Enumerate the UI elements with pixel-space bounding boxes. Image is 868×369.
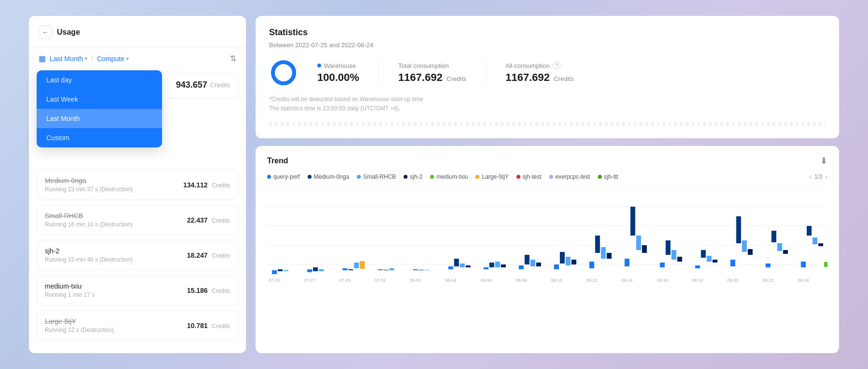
svg-rect-8 <box>278 269 283 271</box>
svg-rect-21 <box>419 270 424 270</box>
svg-rect-44 <box>630 207 635 236</box>
compute-label: Compute <box>97 55 124 63</box>
svg-rect-34 <box>536 263 541 266</box>
svg-rect-39 <box>589 262 594 268</box>
svg-rect-57 <box>742 240 747 252</box>
svg-text:07-25: 07-25 <box>269 278 280 283</box>
legend-row: query-perf Medium-0nga Small-RHCB sjh-2 … <box>267 173 827 181</box>
svg-rect-61 <box>777 243 782 251</box>
statistics-row: Warehouse 100.00% Total consumption 1167… <box>269 58 826 87</box>
svg-text:08-10: 08-10 <box>551 278 562 283</box>
svg-text:08-14: 08-14 <box>622 278 633 283</box>
legend-dot <box>308 175 312 179</box>
filter-divider: / <box>91 55 93 63</box>
item-credits-unit: Credits <box>212 323 230 329</box>
item-name: sjh-2 <box>45 247 133 255</box>
svg-rect-41 <box>601 247 606 259</box>
item-credits-unit: Credits <box>212 252 230 259</box>
list-item-value: 15.186 Credits <box>187 286 230 295</box>
svg-rect-38 <box>571 260 576 264</box>
trend-title: Trend <box>267 157 288 165</box>
svg-rect-17 <box>378 269 382 270</box>
right-panel: Statistics Between 2022-07-25 and 2022-0… <box>246 16 839 353</box>
item-sub: Running 16 min 10 s (Destruction) <box>45 221 133 228</box>
period-filter-button[interactable]: Last Month ▾ <box>50 55 87 63</box>
legend-label: sjh-2 <box>410 173 422 180</box>
item-name: medium-txiu <box>45 282 95 290</box>
all-consumption-header: All consumption ? <box>505 62 573 69</box>
list-item-value: 18.247 Credits <box>187 251 230 260</box>
legend-dot <box>357 175 361 179</box>
svg-rect-23 <box>448 266 453 269</box>
item-name: Medium-0nga <box>45 177 133 184</box>
legend-label: everpcpc-test <box>556 173 590 180</box>
trend-chart: 07-25 07-27 07-29 07-31 08-02 08-04 08-0… <box>267 187 827 284</box>
svg-rect-62 <box>783 250 788 254</box>
legend-large-5tjy: Large-5tjY <box>475 173 508 180</box>
dropdown-item-custom[interactable]: Custom <box>37 128 162 147</box>
item-credits: 10.781 <box>187 322 208 329</box>
legend-next-button[interactable]: › <box>825 173 827 181</box>
list-item: sjh-2 Running 15 min 45 s (Destruction) … <box>37 240 238 270</box>
sort-button[interactable]: ⇅ <box>230 54 236 63</box>
legend-small-rhcb: Small-RHCB <box>357 173 396 180</box>
svg-rect-12 <box>319 269 324 271</box>
back-button[interactable]: ← <box>39 26 52 39</box>
legend-dot <box>475 175 479 179</box>
list-item-value: 10.781 Credits <box>187 321 230 330</box>
svg-rect-30 <box>501 264 506 267</box>
statistics-subtitle: Between 2022-07-25 and 2022-08-24 <box>269 41 826 49</box>
svg-rect-37 <box>566 257 570 265</box>
item-credits-unit: Credits <box>212 288 230 294</box>
total-consumption-value: 1167.692 Credits <box>398 71 466 84</box>
list-item: Medium-0nga Running 23 min 37 s (Destruc… <box>37 170 238 200</box>
legend-sjh-ttt: sjh-ttt <box>598 173 618 180</box>
svg-text:08-20: 08-20 <box>727 278 738 283</box>
sidebar: ← Usage ▦ Last Month ▾ / Compute ▾ ⇅ Las… <box>29 16 246 353</box>
period-dropdown: Last day Last Week Last Month Custom <box>37 70 162 147</box>
svg-text:07-29: 07-29 <box>339 278 351 283</box>
list-item-info: Large-5tjY Running 12 s (Destruction) <box>45 317 114 333</box>
svg-rect-40 <box>595 236 600 253</box>
legend-prev-button[interactable]: ‹ <box>809 173 812 181</box>
svg-rect-26 <box>466 265 471 267</box>
compute-filter-button[interactable]: Compute ▾ <box>97 55 129 63</box>
legend-medium-onga: Medium-0nga <box>308 173 349 180</box>
legend-sjh-test: sjh-test <box>516 173 542 180</box>
svg-rect-60 <box>772 231 776 242</box>
legend-dot <box>430 175 434 179</box>
warehouse-stat: Warehouse 100.00% <box>317 62 359 84</box>
svg-rect-50 <box>677 257 682 262</box>
svg-text:08-06: 08-06 <box>480 278 491 283</box>
list-item-info: Medium-0nga Running 23 min 37 s (Destruc… <box>45 177 133 193</box>
item-name: Small-RHCB <box>45 212 133 220</box>
svg-rect-7 <box>272 270 277 274</box>
svg-rect-58 <box>748 249 753 255</box>
svg-rect-27 <box>484 267 488 269</box>
legend-dot <box>598 175 602 179</box>
statistics-title: Statistics <box>269 27 826 38</box>
svg-rect-32 <box>525 255 529 264</box>
dropdown-item-last-week[interactable]: Last Week <box>37 90 162 109</box>
dropdown-item-last-day[interactable]: Last day <box>37 70 162 90</box>
svg-rect-9 <box>284 270 288 271</box>
svg-rect-46 <box>642 245 647 253</box>
item-sub: Running 12 s (Destruction) <box>45 327 114 333</box>
svg-rect-55 <box>731 260 735 266</box>
item-credits-unit: Credits <box>212 182 230 189</box>
info-icon[interactable]: ? <box>553 62 560 69</box>
download-button[interactable]: ⬇ <box>820 156 827 166</box>
legend-dot <box>549 175 553 179</box>
dropdown-item-last-month[interactable]: Last Month <box>37 109 162 128</box>
item-credits: 134.112 <box>183 181 208 189</box>
legend-label: medium-txiu <box>436 173 468 180</box>
legend-medium-txiu: medium-txiu <box>430 173 468 180</box>
legend-dot <box>267 175 271 179</box>
svg-rect-20 <box>413 269 418 270</box>
list-item-value: 22.437 Credits <box>187 216 230 224</box>
legend-pagination: ‹ 1/3 › <box>809 173 827 181</box>
svg-rect-15 <box>354 263 359 268</box>
svg-text:08-24: 08-24 <box>798 278 809 283</box>
statistics-card: Statistics Between 2022-07-25 and 2022-0… <box>256 16 839 138</box>
compute-chevron-icon: ▾ <box>126 56 129 61</box>
